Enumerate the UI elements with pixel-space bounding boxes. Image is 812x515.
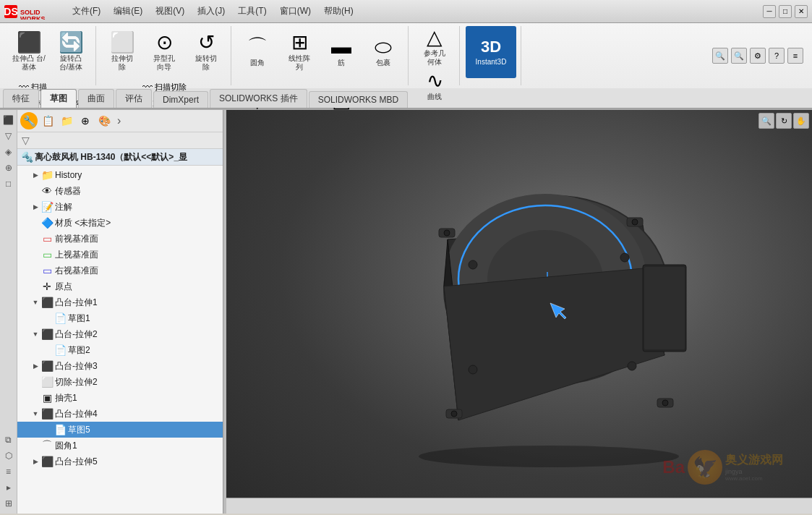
sketch1-icon: 📄	[54, 312, 67, 325]
left-panel: 🔧 📋 📁 ⊕ 🎨 › ▽ 🔩 离心鼓风机 HB-1340（默认<<默认>_显 …	[17, 110, 223, 514]
property-manager-button[interactable]: 📋	[39, 112, 56, 129]
boss-extrude4-expand[interactable]: ▼	[30, 409, 40, 419]
menu-item-E[interactable]: 编辑(E)	[108, 4, 148, 19]
vp-rotate-button[interactable]: ↻	[776, 113, 792, 129]
extrude-boss-button[interactable]: ⬛ 拉伸凸 台/基体	[9, 26, 49, 78]
sketch5-item[interactable]: ▶ 📄 草图5	[17, 422, 223, 438]
wrap-button[interactable]: ⬭ 包裹	[363, 26, 403, 78]
instant3d-button[interactable]: 3D Instant3D	[466, 26, 516, 78]
revolve-cut-button[interactable]: ↺ 旋转切除	[186, 26, 226, 78]
right-plane-icon: ▭	[40, 264, 54, 277]
front-plane-item[interactable]: ▶ ▭ 前视基准面	[17, 231, 223, 247]
side-icon-1[interactable]: ⬛	[1, 113, 16, 127]
search-button-2[interactable]: 🔍	[731, 48, 747, 64]
tab-sw-plugins[interactable]: SOLIDWORKS 插件	[210, 89, 307, 108]
minimize-button[interactable]: ─	[763, 5, 776, 18]
menu-item-T[interactable]: 工具(T)	[232, 4, 272, 19]
side-icon-10[interactable]: ⊞	[1, 496, 16, 511]
side-icon-2[interactable]: ▽	[1, 129, 16, 143]
3d-viewport[interactable]: Ba 🦅 奥义游戏网 jingya www.aoel.com 🔍 ↻ ✋	[226, 110, 812, 514]
rib-button[interactable]: ▬ 筋	[321, 26, 362, 78]
tab-surface[interactable]: 曲面	[78, 89, 114, 108]
part-name-item[interactable]: 🔩 离心鼓风机 HB-1340（默认<<默认>_显	[17, 149, 223, 166]
boss-extrude4-item[interactable]: ▼ ⬛ 凸台-拉伸4	[17, 406, 223, 422]
boss-extrude5-expand[interactable]: ▶	[30, 456, 40, 467]
tab-dimxpert[interactable]: DimXpert	[153, 91, 208, 108]
curves-button[interactable]: ∿ 曲线	[414, 69, 455, 103]
history-item[interactable]: ▶ 📁 History	[17, 167, 223, 183]
boss-extrude3-item[interactable]: ▶ ⬛ 凸台-拉伸3	[17, 358, 223, 374]
menu-item-W[interactable]: 窗口(W)	[274, 4, 317, 19]
annotation-expand[interactable]: ▶	[30, 202, 40, 212]
svg-point-21	[469, 260, 477, 269]
hole-wizard-button[interactable]: ⊙ 异型孔向导	[144, 26, 184, 78]
sensor-item[interactable]: ▶ 👁 传感器	[17, 183, 223, 199]
left-side-icons: ⬛ ▽ ◈ ⊕ □ ⧉ ⬡ ≡ ▸ ⊞	[0, 110, 17, 514]
tab-features[interactable]: 特征	[3, 89, 39, 108]
revolve-boss-button[interactable]: 🔄 旋转凸台/基体	[51, 26, 91, 78]
annotation-item[interactable]: ▶ 📝 注解	[17, 199, 223, 215]
side-icon-5[interactable]: □	[1, 176, 16, 191]
origin-item[interactable]: ▶ ✛ 原点	[17, 278, 223, 294]
title-buttons: ─ □ ✕	[763, 5, 808, 18]
menu-item-H[interactable]: 帮助(H)	[318, 4, 359, 19]
tab-sketch[interactable]: 草图	[40, 89, 77, 108]
side-icon-9[interactable]: ▸	[1, 480, 16, 495]
ribbon-search-area: 🔍 🔍 ⚙ ? ≡	[708, 26, 808, 85]
top-plane-item[interactable]: ▶ ▭ 上视基准面	[17, 247, 223, 263]
options-button[interactable]: ⚙	[750, 48, 766, 64]
feature-manager-button[interactable]: 🔧	[20, 112, 38, 129]
ribbon-toolbar: ⬛ 拉伸凸 台/基体 🔄 旋转凸台/基体 〰 扫描 ◈ 放样凸台/基体	[0, 23, 812, 88]
boss-extrude2-icon: ⬛	[40, 328, 54, 341]
shell1-icon: ▣	[40, 391, 54, 404]
boss-extrude2-expand[interactable]: ▼	[30, 329, 40, 339]
rib-label: 筋	[338, 59, 345, 67]
sketch2-item[interactable]: ▶ 📄 草图2	[17, 342, 223, 358]
search-button-1[interactable]: 🔍	[712, 48, 728, 64]
display-manager-button[interactable]: 🎨	[95, 112, 113, 129]
menu-item-F[interactable]: 文件(F)	[67, 4, 106, 19]
fillet1-item[interactable]: ▶ ⌒ 圆角1	[17, 438, 223, 454]
linear-pattern-button[interactable]: ⊞ 线性阵列	[279, 26, 320, 78]
feature-tree[interactable]: ▶ 📁 History ▶ 👁 传感器 ▶ 📝 注解 ▶ 🔷 材质 <未指定>	[17, 166, 223, 514]
config-manager-button[interactable]: 📁	[58, 112, 75, 129]
side-icon-8[interactable]: ≡	[1, 464, 16, 479]
right-plane-item[interactable]: ▶ ▭ 右视基准面	[17, 263, 223, 278]
sketch1-item[interactable]: ▶ 📄 草图1	[17, 310, 223, 326]
dim-xpert-manager-button[interactable]: ⊕	[77, 112, 94, 129]
extrude-boss-label: 拉伸凸 台/基体	[10, 54, 48, 72]
tab-evaluate[interactable]: 评估	[116, 89, 152, 108]
more-button[interactable]: ≡	[787, 48, 803, 64]
close-button[interactable]: ✕	[795, 5, 808, 18]
boss-extrude2-item[interactable]: ▼ ⬛ 凸台-拉伸2	[17, 326, 223, 342]
maximize-button[interactable]: □	[779, 5, 792, 18]
svg-point-20	[662, 400, 668, 406]
tab-sw-mbd[interactable]: SOLIDWORKS MBD	[309, 91, 408, 108]
boss-extrude5-item[interactable]: ▶ ⬛ 凸台-拉伸5	[17, 454, 223, 469]
wrap-icon: ⬭	[375, 37, 392, 57]
boss-extrude4-label: 凸台-拉伸4	[55, 408, 220, 420]
help-button[interactable]: ?	[769, 48, 785, 64]
side-icon-7[interactable]: ⬡	[1, 448, 16, 463]
boss-extrude1-item[interactable]: ▼ ⬛ 凸台-拉伸1	[17, 294, 223, 310]
cut-extrude2-item[interactable]: ▶ ⬜ 切除-拉伸2	[17, 374, 223, 390]
side-icon-4[interactable]: ⊕	[1, 161, 16, 175]
shell1-item[interactable]: ▶ ▣ 抽壳1	[17, 390, 223, 406]
extrude-cut-button[interactable]: ⬜ 拉伸切除	[102, 26, 142, 78]
history-expand[interactable]: ▶	[30, 170, 40, 180]
boss-extrude1-expand[interactable]: ▼	[30, 297, 40, 307]
panel-more-button[interactable]: ›	[114, 114, 124, 127]
boss-extrude3-expand[interactable]: ▶	[30, 361, 40, 371]
reference-geometry-button[interactable]: △ 参考几何体	[414, 26, 455, 68]
side-icon-3[interactable]: ◈	[1, 145, 16, 159]
origin-label: 原点	[55, 281, 220, 293]
menu-item-V[interactable]: 视图(V)	[150, 4, 190, 19]
vp-pan-button[interactable]: ✋	[793, 113, 809, 129]
fillet-button[interactable]: ⌒ 圆角	[237, 26, 278, 78]
menu-item-J[interactable]: 插入(J)	[192, 4, 231, 19]
part-name-label: 离心鼓风机 HB-1340（默认<<默认>_显	[35, 151, 220, 163]
material-item[interactable]: ▶ 🔷 材质 <未指定>	[17, 215, 223, 231]
vp-zoom-button[interactable]: 🔍	[758, 113, 774, 129]
linear-pattern-label: 线性阵列	[289, 54, 310, 72]
side-icon-6[interactable]: ⧉	[1, 433, 16, 447]
